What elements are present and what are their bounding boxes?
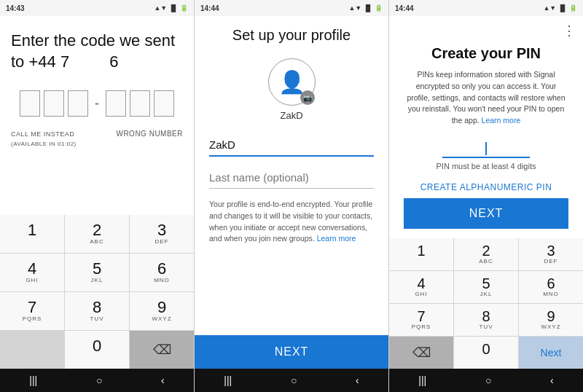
key-backspace[interactable]: ⌫ — [130, 331, 194, 369]
screen3-header: ⋮ — [389, 16, 583, 45]
s3-key-backspace[interactable]: ⌫ — [389, 337, 453, 369]
key-3[interactable]: 3DEF — [130, 215, 194, 253]
nav-back[interactable]: ‹ — [161, 375, 165, 386]
camera-badge[interactable]: 📷 — [300, 90, 315, 105]
screen2-main: Set up your profile 👤 📷 ZakD Your profil… — [195, 16, 388, 335]
camera-icon: 📷 — [303, 94, 312, 102]
nav-home[interactable]: ○ — [96, 375, 102, 386]
pin-input-area: PIN must be at least 4 digits — [404, 138, 568, 170]
s3-key-9[interactable]: 9WXYZ — [519, 304, 583, 336]
key-0[interactable]: 0 — [65, 331, 129, 369]
screen1: 14:43 ▲▼ ▐▌ 🔋 Enter the code we sent to … — [0, 0, 195, 392]
screen2: 14:44 ▲▼ ▐▌ 🔋 Set up your profile 👤 📷 Za… — [195, 0, 389, 392]
pin-hint: PIN must be at least 4 digits — [437, 162, 536, 170]
learn-more-link-2[interactable]: Learn more — [317, 234, 356, 243]
s3-key-2[interactable]: 2ABC — [454, 238, 518, 270]
s3-key-0[interactable]: 0 — [454, 337, 518, 369]
s3-key-7[interactable]: 7PQRS — [389, 304, 453, 336]
status-bar-2: 14:44 ▲▼ ▐▌ 🔋 — [195, 0, 388, 16]
profile-note: Your profile is end-to-end encrypted. Yo… — [209, 199, 374, 245]
pin-cursor — [485, 142, 487, 155]
next-button-3[interactable]: NEXT — [404, 198, 568, 229]
key-4[interactable]: 4GHI — [0, 254, 64, 291]
s3-key-8[interactable]: 8TUV — [454, 304, 518, 336]
key-7[interactable]: 7PQRS — [0, 292, 64, 330]
key-empty — [0, 331, 64, 369]
time-2: 14:44 — [200, 4, 219, 12]
time-1: 14:43 — [6, 4, 25, 12]
more-options-icon[interactable]: ⋮ — [563, 23, 576, 39]
last-name-input[interactable] — [209, 167, 374, 189]
nav-recents-3[interactable]: ||| — [418, 375, 426, 386]
time-3: 14:44 — [395, 4, 414, 12]
bottom-nav-3: ||| ○ ‹ — [389, 369, 583, 392]
code-input-row: - — [11, 90, 183, 117]
screen2-title: Set up your profile — [209, 27, 374, 44]
call-me-link[interactable]: CALL ME INSTEAD(AVAILABLE IN 01:02) — [11, 130, 77, 148]
s3-key-5[interactable]: 5JKL — [454, 271, 518, 303]
nav-recents-2[interactable]: ||| — [224, 375, 232, 386]
status-icons-1: ▲▼ ▐▌ 🔋 — [154, 4, 188, 12]
person-icon: 👤 — [278, 69, 305, 95]
status-icons-2: ▲▼ ▐▌ 🔋 — [348, 4, 383, 12]
bottom-nav-1: ||| ○ ‹ — [0, 369, 194, 392]
pin-line[interactable] — [442, 138, 530, 158]
s3-key-4[interactable]: 4GHI — [389, 271, 453, 303]
bottom-nav-2: ||| ○ ‹ — [195, 369, 388, 392]
nav-home-3[interactable]: ○ — [485, 375, 491, 386]
nav-back-2[interactable]: ‹ — [356, 375, 359, 386]
code-box-5[interactable] — [130, 90, 150, 117]
code-box-3[interactable] — [68, 90, 88, 117]
numpad-1: 1 2ABC 3DEF 4GHI 5JKL 6MNO 7PQRS 8TUV 9W… — [0, 215, 194, 369]
s3-key-next[interactable]: Next — [519, 337, 583, 369]
nav-recents[interactable]: ||| — [29, 375, 37, 386]
screen1-title: Enter the code we sent to +44 7 6 — [11, 31, 183, 72]
learn-more-link-3[interactable]: Learn more — [482, 116, 521, 125]
next-button-2[interactable]: NEXT — [195, 335, 388, 369]
status-bar-1: 14:43 ▲▼ ▐▌ 🔋 — [0, 0, 194, 16]
code-box-4[interactable] — [106, 90, 126, 117]
wrong-number-link[interactable]: WRONG NUMBER — [116, 130, 183, 148]
key-9[interactable]: 9WXYZ — [130, 292, 194, 330]
avatar-area: 👤 📷 ZakD — [209, 58, 374, 121]
key-5[interactable]: 5JKL — [65, 254, 129, 291]
s3-key-6[interactable]: 6MNO — [519, 271, 583, 303]
numpad-3: 1 2ABC 3DEF 4GHI 5JKL 6MNO 7PQRS 8TUV 9W… — [389, 238, 583, 369]
nav-home-2[interactable]: ○ — [291, 375, 297, 386]
nav-back-3[interactable]: ‹ — [550, 375, 554, 386]
avatar-name: ZakD — [280, 110, 302, 121]
create-alphanumeric-button[interactable]: CREATE ALPHANUMERIC PIN — [404, 176, 568, 198]
pin-description: PINs keep information stored with Signal… — [404, 69, 568, 127]
key-6[interactable]: 6MNO — [130, 254, 194, 291]
code-box-1[interactable] — [20, 90, 40, 117]
key-1[interactable]: 1 — [0, 215, 64, 253]
s3-key-3[interactable]: 3DEF — [519, 238, 583, 270]
screen1-links: CALL ME INSTEAD(AVAILABLE IN 01:02) WRON… — [11, 130, 183, 148]
screen3-main: Create your PIN PINs keep information st… — [389, 45, 583, 238]
status-bar-3: 14:44 ▲▼ ▐▌ 🔋 — [389, 0, 583, 16]
s3-key-1[interactable]: 1 — [389, 238, 453, 270]
screen3-title: Create your PIN — [404, 45, 568, 62]
avatar-circle[interactable]: 👤 📷 — [268, 58, 316, 106]
key-8[interactable]: 8TUV — [65, 292, 129, 330]
first-name-input[interactable] — [209, 134, 374, 157]
key-2[interactable]: 2ABC — [65, 215, 129, 253]
screen2-bottom: NEXT ||| ○ ‹ — [195, 335, 388, 392]
status-icons-3: ▲▼ ▐▌ 🔋 — [543, 4, 577, 12]
screen3: 14:44 ▲▼ ▐▌ 🔋 ⋮ Create your PIN PINs kee… — [389, 0, 583, 392]
code-dash: - — [95, 96, 99, 111]
screen1-main: Enter the code we sent to +44 7 6 - CALL… — [0, 16, 194, 215]
code-box-6[interactable] — [154, 90, 174, 117]
code-box-2[interactable] — [44, 90, 64, 117]
